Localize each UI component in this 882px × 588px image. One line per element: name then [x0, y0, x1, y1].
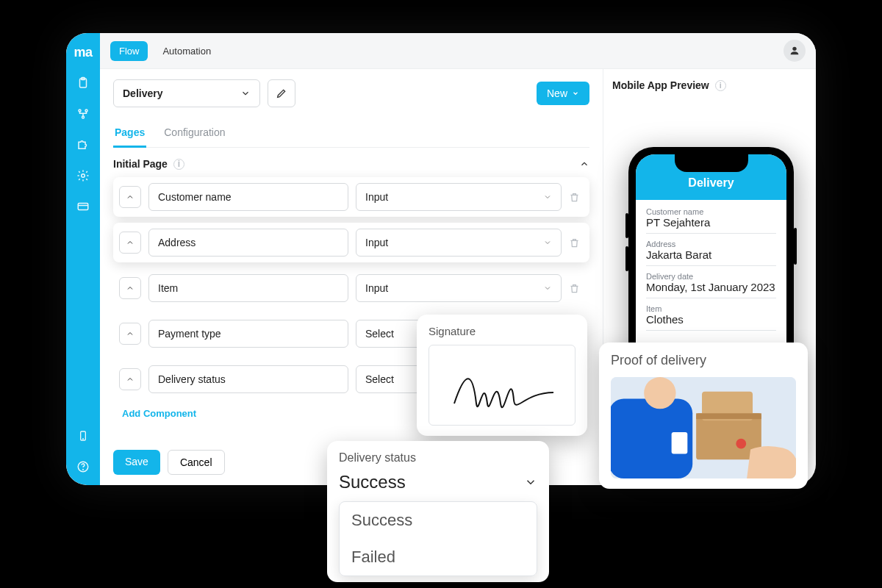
- component-label-input[interactable]: Item: [148, 274, 348, 302]
- field-label: Customer name: [646, 207, 776, 216]
- help-icon[interactable]: [75, 459, 91, 475]
- delete-row-button[interactable]: [569, 237, 584, 248]
- component-type-select[interactable]: Input: [356, 229, 562, 257]
- field-value: Monday, 1st January 2023: [646, 281, 776, 298]
- field-label: Address: [646, 240, 776, 248]
- svg-point-10: [83, 469, 84, 470]
- trash-icon: [569, 237, 580, 248]
- delete-row-button[interactable]: [569, 192, 584, 203]
- trash-icon: [569, 192, 580, 203]
- chevron-up-icon: [126, 193, 135, 201]
- collapse-section-button[interactable]: [579, 159, 589, 169]
- proof-title: Proof of delivery: [611, 353, 796, 368]
- svg-rect-15: [672, 432, 688, 454]
- status-options: Success Failed: [339, 501, 537, 576]
- component-row: Address Input: [113, 223, 589, 262]
- svg-point-14: [644, 377, 675, 409]
- expand-row-button[interactable]: [119, 232, 141, 254]
- preview-title-text: Mobile App Preview: [612, 79, 709, 91]
- chevron-down-icon: [543, 238, 552, 247]
- gear-icon[interactable]: [75, 168, 91, 184]
- flow-select[interactable]: Delivery: [113, 79, 260, 107]
- chevron-down-icon: [543, 284, 552, 293]
- proof-image: [611, 377, 796, 478]
- section-title-text: Initial Page: [113, 158, 168, 170]
- svg-rect-18: [696, 413, 761, 419]
- topbar: Flow Automation: [100, 33, 816, 68]
- svg-point-5: [82, 174, 85, 178]
- status-title: Delivery status: [339, 451, 537, 465]
- flow-icon[interactable]: [75, 106, 91, 122]
- tab-automation[interactable]: Automation: [154, 41, 220, 61]
- chevron-up-icon: [126, 375, 135, 384]
- chevron-up-icon: [126, 329, 135, 338]
- component-label-input[interactable]: Payment type: [148, 320, 348, 348]
- signature-title: Signature: [429, 325, 576, 337]
- clipboard-icon[interactable]: [75, 75, 91, 91]
- new-button[interactable]: New: [537, 82, 589, 105]
- component-type-select[interactable]: Input: [356, 183, 562, 211]
- expand-row-button[interactable]: [119, 186, 141, 208]
- trash-icon: [569, 283, 580, 294]
- delete-row-button[interactable]: [569, 283, 584, 294]
- tab-flow[interactable]: Flow: [110, 41, 148, 61]
- field-label: Delivery date: [646, 272, 776, 281]
- profile-avatar[interactable]: [784, 40, 806, 62]
- phone-notch: [675, 154, 748, 172]
- field-value: PT Sejahtera: [646, 216, 776, 234]
- chevron-down-icon: [543, 193, 552, 201]
- sidebar-rail: ma: [66, 33, 100, 485]
- svg-point-4: [82, 116, 85, 118]
- svg-point-2: [79, 110, 81, 112]
- pencil-icon: [276, 87, 287, 99]
- status-selected: Success: [339, 472, 406, 492]
- expand-row-button[interactable]: [119, 323, 141, 345]
- component-label-input[interactable]: Address: [148, 229, 348, 257]
- field-value: Jakarta Barat: [646, 248, 776, 266]
- expand-row-button[interactable]: [119, 368, 141, 390]
- field-value: Clothes: [646, 313, 776, 331]
- svg-point-11: [792, 47, 796, 51]
- field-label: Item: [646, 304, 776, 313]
- chevron-down-icon: [524, 476, 537, 489]
- svg-rect-6: [78, 204, 88, 210]
- signature-card: Signature: [417, 315, 587, 436]
- status-select[interactable]: Success: [339, 469, 537, 500]
- status-card: Delivery status Success Success Failed: [327, 441, 549, 582]
- brand-logo: ma: [74, 45, 92, 60]
- expand-row-button[interactable]: [119, 277, 141, 299]
- subtab-pages[interactable]: Pages: [113, 119, 146, 148]
- cancel-button[interactable]: Cancel: [168, 450, 225, 475]
- chevron-up-icon: [126, 284, 135, 293]
- new-button-label: New: [547, 87, 567, 99]
- svg-point-8: [83, 439, 84, 440]
- mobile-icon[interactable]: [75, 428, 91, 444]
- save-button[interactable]: Save: [113, 450, 160, 475]
- info-icon[interactable]: i: [715, 80, 726, 91]
- proof-card: Proof of delivery: [599, 343, 808, 489]
- subtabs: Pages Configuration: [113, 119, 589, 148]
- status-option[interactable]: Failed: [340, 539, 537, 576]
- svg-point-19: [736, 439, 746, 449]
- chevron-down-icon: [240, 88, 251, 98]
- component-type-select[interactable]: Input: [356, 274, 562, 302]
- svg-point-3: [85, 110, 87, 112]
- subtab-configuration[interactable]: Configuration: [162, 119, 226, 147]
- chevron-down-icon: [572, 90, 579, 97]
- component-row: Item Input: [113, 268, 589, 308]
- card-icon[interactable]: [75, 198, 91, 215]
- chevron-up-icon: [126, 238, 135, 247]
- puzzle-icon[interactable]: [75, 137, 91, 153]
- component-label-input[interactable]: Delivery status: [148, 365, 348, 393]
- edit-button[interactable]: [268, 79, 295, 107]
- component-label-input[interactable]: Customer name: [148, 183, 348, 211]
- section-header: Initial Page i: [113, 158, 589, 170]
- info-icon[interactable]: i: [173, 159, 184, 170]
- signature-pad[interactable]: [429, 345, 576, 426]
- status-option[interactable]: Success: [340, 502, 537, 539]
- signature-icon: [443, 352, 561, 418]
- chevron-up-icon: [579, 159, 589, 169]
- flow-select-label: Delivery: [123, 87, 162, 99]
- component-row: Customer name Input: [113, 177, 589, 217]
